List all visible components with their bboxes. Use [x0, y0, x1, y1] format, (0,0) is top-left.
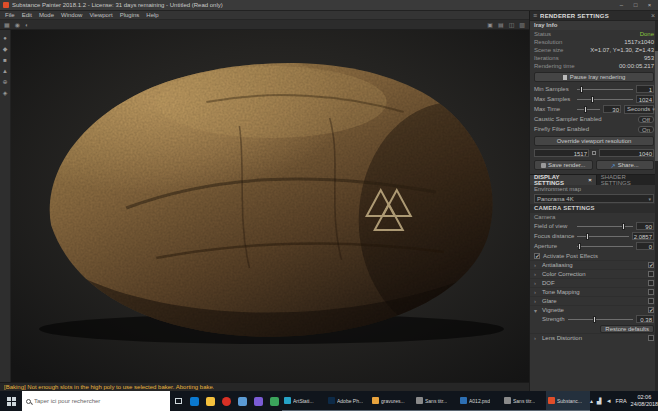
- aperture-slider[interactable]: [577, 242, 633, 251]
- menu-file[interactable]: File: [5, 12, 15, 18]
- polygon-fill-tool-icon[interactable]: ▲: [2, 68, 8, 74]
- max-time-slider[interactable]: [577, 105, 600, 114]
- taskbar-search[interactable]: [22, 391, 170, 411]
- tab-display-settings[interactable]: DISPLAY SETTINGS ×: [530, 175, 597, 185]
- camera-view-icon[interactable]: ◫: [509, 20, 515, 30]
- tab-close-icon[interactable]: ×: [588, 177, 592, 183]
- pause-iray-button[interactable]: Pause Iray rendering: [534, 72, 654, 82]
- effect-row-dof[interactable]: › DOF: [530, 278, 658, 287]
- effect-checkbox[interactable]: [648, 335, 654, 341]
- task-view-icon[interactable]: [170, 391, 186, 411]
- share-button[interactable]: ↗ Share...: [596, 160, 655, 170]
- activate-post-effects-checkbox[interactable]: [534, 253, 540, 259]
- rotate-icon[interactable]: ◉: [15, 20, 20, 30]
- effect-row-tone-mapping[interactable]: › Tone Mapping: [530, 287, 658, 296]
- pan-icon[interactable]: ▦: [4, 20, 10, 30]
- effect-row-glare[interactable]: › Glare: [530, 296, 658, 305]
- max-samples-value[interactable]: 1024: [636, 95, 654, 103]
- network-icon[interactable]: ▟: [597, 391, 602, 411]
- max-samples-slider[interactable]: [577, 95, 633, 104]
- effect-row-vignette[interactable]: ▾ Vignette: [530, 305, 658, 314]
- taskbar-window-button-3[interactable]: gravures...: [370, 391, 414, 411]
- panel-menu-icon[interactable]: ≡: [533, 11, 537, 21]
- effect-row-antialiasing[interactable]: › Antialiasing: [530, 260, 658, 269]
- effect-checkbox[interactable]: [648, 262, 654, 268]
- vignette-strength-slider[interactable]: [568, 315, 633, 324]
- effect-row-color-correction[interactable]: › Color Correction: [530, 269, 658, 278]
- caustic-toggle[interactable]: Off: [638, 116, 654, 123]
- caret-down-icon[interactable]: ▾: [534, 307, 539, 314]
- caret-right-icon[interactable]: ›: [534, 298, 539, 304]
- material-view-icon[interactable]: ▣: [487, 20, 493, 30]
- taskbar-app-icon-4[interactable]: [234, 391, 250, 411]
- fullscreen-icon[interactable]: ▥: [519, 20, 525, 30]
- caret-right-icon[interactable]: ›: [534, 335, 539, 341]
- volume-icon[interactable]: ◄: [606, 391, 612, 411]
- max-time-value[interactable]: 30: [603, 105, 621, 113]
- taskbar-app-icon-6[interactable]: [266, 391, 282, 411]
- language-indicator[interactable]: FRA: [616, 398, 627, 404]
- save-render-button[interactable]: Save render...: [534, 160, 593, 170]
- caret-right-icon[interactable]: ›: [534, 262, 539, 268]
- max-time-unit-dropdown[interactable]: Seconds ▾: [624, 105, 654, 114]
- menu-edit[interactable]: Edit: [22, 12, 32, 18]
- menu-plugins[interactable]: Plugins: [120, 12, 140, 18]
- caret-right-icon[interactable]: ›: [534, 289, 539, 295]
- fov-slider[interactable]: [577, 222, 633, 231]
- taskbar-window-button-6[interactable]: Sans titr...: [502, 391, 546, 411]
- taskbar-window-button-5[interactable]: A012.psd: [458, 391, 502, 411]
- effect-row-lens-distortion[interactable]: › Lens Distortion: [530, 333, 658, 342]
- tray-chevron-up-icon[interactable]: ▴: [590, 391, 593, 411]
- resolution-height-field[interactable]: 1040: [599, 149, 654, 157]
- environment-map-dropdown[interactable]: Panorama 4K ▾: [534, 194, 654, 203]
- minimize-button[interactable]: –: [616, 0, 627, 11]
- taskbar-app-icon-2[interactable]: [202, 391, 218, 411]
- tab-shader-settings[interactable]: SHADER SETTINGS: [597, 175, 658, 185]
- start-button[interactable]: [0, 391, 22, 411]
- taskbar-window-button-1[interactable]: ArtStati...: [282, 391, 326, 411]
- focus-distance-value[interactable]: 2.0857: [632, 232, 654, 240]
- taskbar-window-button-4[interactable]: Sans titr...: [414, 391, 458, 411]
- close-button[interactable]: ×: [644, 0, 655, 11]
- zoom-icon[interactable]: ◐: [25, 20, 29, 30]
- effect-checkbox[interactable]: [648, 307, 654, 313]
- menu-help[interactable]: Help: [146, 12, 158, 18]
- taskbar-app-icon-1[interactable]: [186, 391, 202, 411]
- focus-distance-slider[interactable]: [577, 232, 629, 241]
- taskbar-app-icon-3[interactable]: [218, 391, 234, 411]
- wireframe-view-icon[interactable]: ▤: [498, 20, 504, 30]
- link-resolution-icon[interactable]: [592, 151, 596, 155]
- panel-close-icon[interactable]: ×: [651, 11, 655, 21]
- viewport-3d[interactable]: [11, 30, 529, 382]
- projection-tool-icon[interactable]: ■: [3, 57, 7, 63]
- taskbar-window-button-2[interactable]: Adobe Ph...: [326, 391, 370, 411]
- restore-defaults-button[interactable]: Restore defaults: [600, 325, 654, 333]
- smudge-tool-icon[interactable]: ⊕: [2, 79, 7, 85]
- override-resolution-button[interactable]: Override viewport resolution: [534, 136, 654, 146]
- maximize-button[interactable]: □: [630, 0, 641, 11]
- clone-tool-icon[interactable]: ◈: [3, 90, 8, 96]
- menu-viewport[interactable]: Viewport: [89, 12, 112, 18]
- caret-right-icon[interactable]: ›: [534, 280, 539, 286]
- rendered-rock-canvas[interactable]: [11, 30, 529, 382]
- firefly-toggle[interactable]: On: [638, 126, 654, 133]
- vignette-strength-value[interactable]: 0.38: [636, 315, 654, 323]
- paint-tool-icon[interactable]: ●: [3, 35, 7, 41]
- effect-checkbox[interactable]: [648, 280, 654, 286]
- search-input[interactable]: [34, 398, 162, 404]
- taskbar-app-icon-5[interactable]: [250, 391, 266, 411]
- effect-checkbox[interactable]: [648, 271, 654, 277]
- resolution-width-field[interactable]: 1517: [534, 149, 589, 157]
- menu-window[interactable]: Window: [61, 12, 82, 18]
- eraser-tool-icon[interactable]: ◆: [3, 46, 8, 52]
- effect-checkbox[interactable]: [648, 298, 654, 304]
- taskbar-window-button-substance[interactable]: Substanc...: [546, 391, 590, 411]
- menu-mode[interactable]: Mode: [39, 12, 54, 18]
- aperture-value[interactable]: 0: [636, 242, 654, 250]
- effect-checkbox[interactable]: [648, 289, 654, 295]
- fov-value[interactable]: 90: [636, 222, 654, 230]
- min-samples-slider[interactable]: [577, 85, 633, 94]
- clock[interactable]: 02:06 24/08/2018: [631, 394, 658, 407]
- min-samples-value[interactable]: 1: [636, 85, 654, 93]
- caret-right-icon[interactable]: ›: [534, 271, 539, 277]
